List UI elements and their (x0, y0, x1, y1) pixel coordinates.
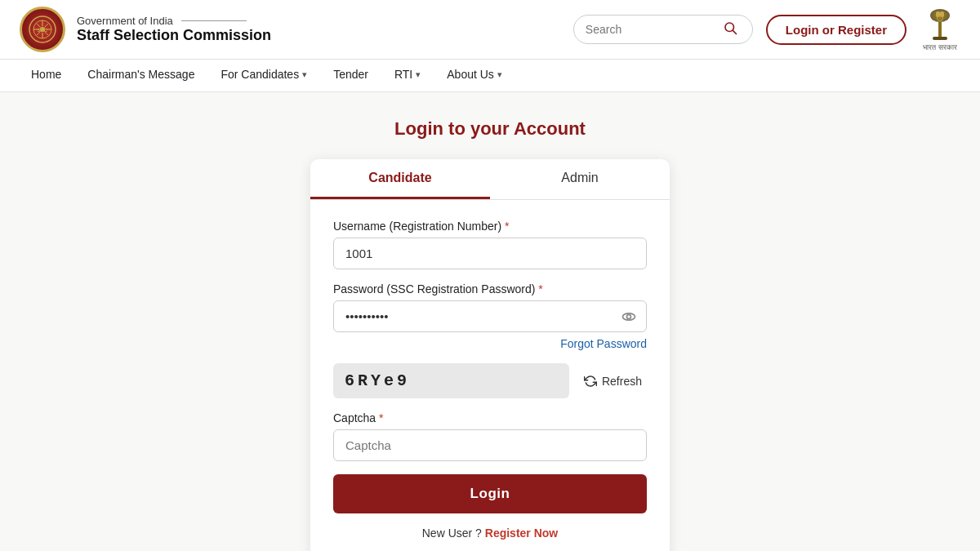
register-row: New User ? Register Now (333, 527, 647, 540)
login-form: Username (Registration Number) * Passwor… (310, 220, 670, 540)
forgot-password-link-container: Forgot Password (333, 337, 647, 350)
captcha-input[interactable] (333, 429, 647, 461)
nav-item-rti[interactable]: RTI ▾ (383, 60, 432, 91)
main-navbar: Home Chairman's Message For Candidates ▾… (0, 60, 980, 92)
refresh-captcha-button[interactable]: Refresh (579, 368, 647, 394)
captcha-label: Captcha * (333, 411, 647, 424)
captcha-row: 6RYe9 Refresh (333, 363, 647, 398)
username-label: Username (Registration Number) * (333, 220, 647, 233)
password-input[interactable] (333, 300, 647, 332)
page-title: Login to your Account (394, 118, 586, 140)
header-divider (181, 20, 247, 21)
gov-title: Government of India (77, 15, 173, 27)
chevron-down-icon: ▾ (302, 69, 307, 80)
username-group: Username (Registration Number) * (333, 220, 647, 269)
password-group: Password (SSC Registration Password) * F… (333, 282, 647, 350)
search-box[interactable] (573, 15, 753, 44)
main-content: Login to your Account Candidate Admin Us… (0, 92, 980, 551)
new-user-label: New User ? (422, 527, 482, 540)
tab-bar: Candidate Admin (310, 159, 670, 200)
ssc-logo: SSC (20, 7, 65, 52)
nav-item-for-candidates[interactable]: For Candidates ▾ (209, 60, 318, 91)
captcha-group: Captcha * (333, 411, 647, 461)
password-label: Password (SSC Registration Password) * (333, 282, 647, 295)
password-required: * (538, 282, 542, 295)
search-input[interactable] (586, 23, 719, 36)
forgot-password-link[interactable]: Forgot Password (560, 337, 647, 350)
site-header: SSC Government of India Staff Selection … (0, 0, 980, 60)
username-input[interactable] (333, 238, 647, 269)
captcha-required: * (379, 411, 383, 424)
login-register-button[interactable]: Login or Register (766, 15, 906, 45)
ashoka-emblem: भारत सरकार (920, 7, 960, 52)
nav-item-tender[interactable]: Tender (322, 60, 380, 91)
svg-point-21 (939, 17, 941, 19)
login-button[interactable]: Login (333, 474, 647, 513)
svg-line-13 (733, 30, 736, 33)
password-wrapper (333, 300, 647, 332)
nav-item-chairmans-message[interactable]: Chairman's Message (76, 60, 206, 91)
svg-rect-19 (933, 37, 947, 40)
username-required: * (505, 220, 509, 233)
svg-line-7 (37, 24, 41, 28)
chevron-down-icon: ▾ (497, 69, 502, 80)
login-card: Candidate Admin Username (Registration N… (310, 159, 670, 551)
header-actions: Login or Register भारत सरकार (573, 7, 960, 52)
tab-admin[interactable]: Admin (490, 159, 670, 199)
tab-candidate[interactable]: Candidate (310, 159, 490, 199)
nav-item-about-us[interactable]: About Us ▾ (435, 60, 514, 91)
svg-rect-18 (938, 22, 942, 37)
svg-point-23 (627, 314, 631, 318)
nav-item-home[interactable]: Home (20, 60, 73, 91)
captcha-image: 6RYe9 (333, 363, 569, 398)
ashoka-label: भारत सरकार (923, 43, 957, 52)
chevron-down-icon: ▾ (416, 69, 421, 80)
toggle-password-button[interactable] (621, 309, 637, 325)
org-title: Staff Selection Commission (77, 27, 271, 44)
search-icon-button[interactable] (719, 20, 741, 38)
header-title-block: Government of India Staff Selection Comm… (77, 15, 271, 44)
register-now-link[interactable]: Register Now (485, 527, 558, 540)
svg-line-9 (45, 24, 49, 28)
header-brand: SSC Government of India Staff Selection … (20, 7, 271, 52)
svg-text:SSC: SSC (38, 28, 48, 33)
